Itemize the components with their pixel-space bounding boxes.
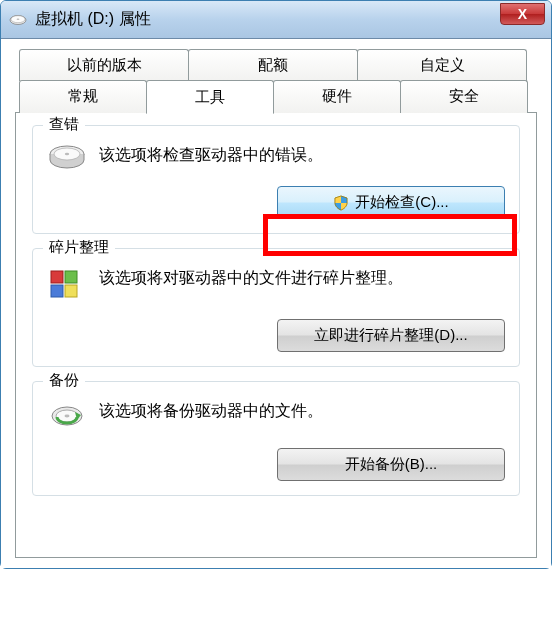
tab-general[interactable]: 常规 bbox=[19, 80, 147, 113]
group-defrag: 碎片整理 该选项将对驱动器中的文件进行碎片整理。 立即进行碎片整理(D)... bbox=[32, 248, 520, 367]
group-title-backup: 备份 bbox=[43, 371, 85, 390]
tab-hardware[interactable]: 硬件 bbox=[273, 80, 401, 113]
close-button[interactable]: X bbox=[500, 3, 545, 25]
svg-rect-8 bbox=[51, 285, 63, 297]
group-backup: 备份 该选项将备份驱动器中的文件。 开始备份(B).. bbox=[32, 381, 520, 496]
tab-row-bottom: 常规 工具 硬件 安全 bbox=[19, 80, 537, 113]
group-error-check: 查错 该选项将检查驱动器中的错误。 bbox=[32, 125, 520, 234]
client-area: 以前的版本 配额 自定义 常规 工具 硬件 安全 查错 bbox=[1, 39, 551, 568]
svg-point-5 bbox=[65, 153, 69, 155]
tab-tools[interactable]: 工具 bbox=[146, 80, 274, 114]
titlebar[interactable]: 虚拟机 (D:) 属性 X bbox=[1, 1, 551, 39]
uac-shield-icon bbox=[333, 195, 349, 211]
check-now-button[interactable]: 开始检查(C)... bbox=[277, 186, 505, 219]
check-description: 该选项将检查驱动器中的错误。 bbox=[99, 144, 323, 166]
svg-point-12 bbox=[65, 415, 70, 418]
svg-rect-6 bbox=[51, 271, 63, 283]
svg-rect-9 bbox=[65, 285, 77, 297]
hdd-icon bbox=[47, 142, 87, 172]
properties-window: 虚拟机 (D:) 属性 X 以前的版本 配额 自定义 常规 工具 硬件 安全 查… bbox=[0, 0, 552, 569]
defrag-now-label: 立即进行碎片整理(D)... bbox=[314, 326, 467, 345]
defrag-now-button[interactable]: 立即进行碎片整理(D)... bbox=[277, 319, 505, 352]
group-title-check: 查错 bbox=[43, 115, 85, 134]
backup-now-button[interactable]: 开始备份(B)... bbox=[277, 448, 505, 481]
svg-rect-7 bbox=[65, 271, 77, 283]
check-now-label: 开始检查(C)... bbox=[355, 193, 448, 212]
tab-previous-versions[interactable]: 以前的版本 bbox=[19, 49, 189, 81]
defrag-description: 该选项将对驱动器中的文件进行碎片整理。 bbox=[99, 267, 403, 289]
backup-now-label: 开始备份(B)... bbox=[345, 455, 438, 474]
tab-quota[interactable]: 配额 bbox=[188, 49, 358, 81]
drive-icon bbox=[9, 14, 27, 26]
tab-security[interactable]: 安全 bbox=[400, 80, 528, 113]
group-title-defrag: 碎片整理 bbox=[43, 238, 115, 257]
window-title: 虚拟机 (D:) 属性 bbox=[35, 9, 543, 30]
tab-custom[interactable]: 自定义 bbox=[357, 49, 527, 81]
svg-point-2 bbox=[17, 18, 20, 20]
tab-row-top: 以前的版本 配额 自定义 bbox=[19, 49, 537, 81]
defrag-icon bbox=[47, 265, 87, 305]
tab-page-tools: 查错 该选项将检查驱动器中的错误。 bbox=[15, 112, 537, 558]
tab-control: 以前的版本 配额 自定义 常规 工具 硬件 安全 查错 bbox=[15, 49, 537, 558]
backup-description: 该选项将备份驱动器中的文件。 bbox=[99, 400, 323, 422]
backup-icon bbox=[47, 398, 87, 434]
